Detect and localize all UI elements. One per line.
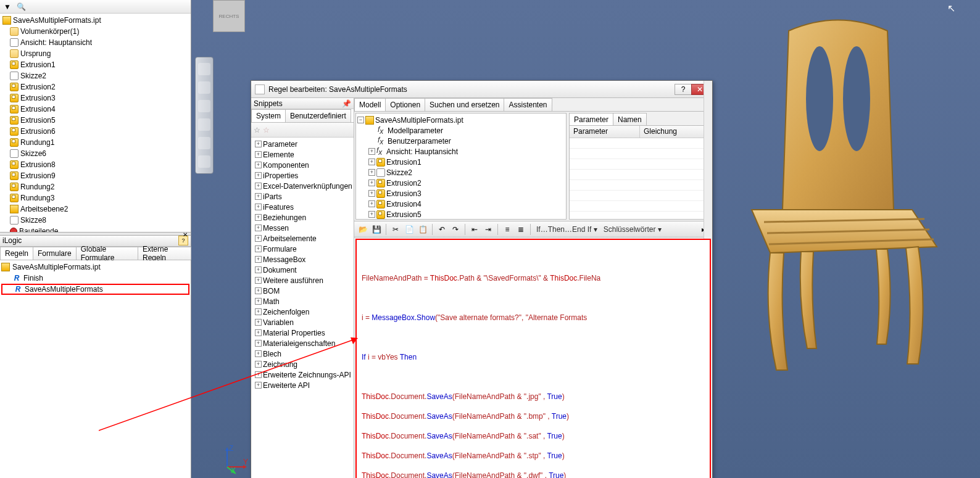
snippet-category[interactable]: +Dokument xyxy=(252,265,352,275)
filter-icon[interactable]: ▼ xyxy=(2,2,12,12)
expand-icon[interactable]: + xyxy=(255,329,262,336)
tree-root[interactable]: −SaveAsMultipleFormats.ipt xyxy=(357,115,565,125)
snippet-category[interactable]: +Erweiterte Zeichnungs-API xyxy=(252,369,352,380)
snippet-category[interactable]: +Blech xyxy=(252,348,352,359)
tree-item[interactable]: Ursprung xyxy=(2,48,188,59)
expand-icon[interactable]: + xyxy=(255,256,262,263)
tree-item[interactable]: Arbeitsebene2 xyxy=(2,204,188,215)
col-equation[interactable]: Gleichung xyxy=(640,126,710,138)
close-icon[interactable]: ✕ xyxy=(181,231,189,239)
expand-icon[interactable]: + xyxy=(255,350,262,357)
tree-item[interactable]: Extrusion9 xyxy=(2,170,188,181)
expand-icon[interactable]: + xyxy=(255,266,262,273)
tree-item[interactable]: Ansicht: Hauptansicht xyxy=(2,37,188,48)
expand-icon[interactable]: + xyxy=(255,298,262,305)
collapse-icon[interactable]: − xyxy=(357,117,364,123)
home-icon[interactable] xyxy=(198,155,210,168)
expand-icon[interactable]: + xyxy=(368,159,375,165)
open-icon[interactable]: 📂 xyxy=(357,223,369,236)
tab-names[interactable]: Namen xyxy=(613,113,647,125)
snippet-category[interactable]: +Zeichnung xyxy=(252,359,352,369)
tab-system[interactable]: System xyxy=(251,109,286,122)
expand-icon[interactable]: + xyxy=(255,340,262,347)
expand-icon[interactable]: + xyxy=(255,141,262,147)
tree-item[interactable]: +Extrusion2 xyxy=(357,178,565,188)
ifthen-dropdown[interactable]: If…Then…End If ▾ xyxy=(534,225,600,234)
comment-icon[interactable]: ≡ xyxy=(501,223,513,236)
nav-wheel-icon[interactable] xyxy=(198,63,210,75)
zoom-icon[interactable] xyxy=(198,100,210,112)
snippet-category[interactable]: +iFeatures xyxy=(252,202,352,212)
tree-item[interactable]: Rundung2 xyxy=(2,181,188,192)
expand-icon[interactable]: + xyxy=(255,287,262,294)
snippets-tree[interactable]: +Parameter+Elemente+Komponenten+iPropert… xyxy=(251,138,354,478)
view-cube[interactable]: RECHTS xyxy=(213,0,245,32)
tab-regeln[interactable]: Regeln xyxy=(0,247,33,260)
tree-item[interactable]: Extrusion5 xyxy=(2,115,188,126)
tree-root[interactable]: SaveAsMultipleFormats.ipt xyxy=(2,15,188,26)
tree-item[interactable]: fxModellparameter xyxy=(357,125,565,136)
tree-item[interactable]: Skizze2 xyxy=(2,70,188,81)
code-editor[interactable]: FileNameAndPath = ThisDoc.Path & "\Saved… xyxy=(355,239,711,478)
snippet-category[interactable]: +Parameter xyxy=(252,139,352,149)
expand-icon[interactable]: + xyxy=(255,235,262,242)
star-edit-icon[interactable]: ☆ xyxy=(263,126,270,134)
keywords-dropdown[interactable]: Schlüsselwörter ▾ xyxy=(601,225,664,234)
expand-icon[interactable]: + xyxy=(255,172,262,179)
tree-item[interactable]: Rundung3 xyxy=(2,192,188,204)
snippet-category[interactable]: +MessageBox xyxy=(252,254,352,265)
expand-icon[interactable]: + xyxy=(255,151,262,158)
snippet-category[interactable]: +Messen xyxy=(252,223,352,233)
snippet-category[interactable]: +Komponenten xyxy=(252,160,352,170)
help-button[interactable]: ? xyxy=(675,84,692,95)
expand-icon[interactable]: + xyxy=(255,382,262,389)
expand-icon[interactable]: + xyxy=(368,211,375,218)
tree-item[interactable]: Rundung1 xyxy=(2,137,188,148)
redo-icon[interactable]: ↷ xyxy=(449,223,462,236)
copy-icon[interactable]: 📄 xyxy=(403,223,415,236)
snippet-category[interactable]: +iProperties xyxy=(252,170,352,181)
pin-icon[interactable]: 📌 xyxy=(342,99,351,108)
expand-icon[interactable]: + xyxy=(255,162,262,168)
tree-item[interactable]: +Extrusion4 xyxy=(357,199,565,209)
snippet-category[interactable]: +Materialeigenschaften xyxy=(252,338,352,348)
expand-icon[interactable]: + xyxy=(255,319,262,326)
tree-item[interactable]: +Skizze2 xyxy=(357,167,565,178)
snippet-category[interactable]: +BOM xyxy=(252,286,352,296)
tab-externe-regeln[interactable]: Externe Regeln xyxy=(138,247,191,260)
tree-item[interactable]: +Extrusion1 xyxy=(357,157,565,167)
tree-item[interactable]: +Extrusion3 xyxy=(357,188,565,199)
snippet-category[interactable]: +Excel-Datenverknüpfungen xyxy=(252,181,352,191)
tab-optionen[interactable]: Optionen xyxy=(385,98,425,111)
tab-formulare[interactable]: Formulare xyxy=(33,247,77,260)
snippet-category[interactable]: +Zeichenfolgen xyxy=(252,307,352,317)
tree-item[interactable]: Extrusion6 xyxy=(2,126,188,137)
expand-icon[interactable]: + xyxy=(255,193,262,200)
paste-icon[interactable]: 📋 xyxy=(417,223,429,236)
snippet-category[interactable]: +Material Properties xyxy=(252,328,352,338)
tree-item[interactable]: Bauteilende xyxy=(2,226,188,232)
expand-icon[interactable]: + xyxy=(368,169,375,176)
expand-icon[interactable]: + xyxy=(255,183,262,189)
tree-item[interactable]: Volumenkörper(1) xyxy=(2,26,188,37)
expand-icon[interactable]: + xyxy=(255,308,262,315)
tab-suchen-und-ersetzen[interactable]: Suchen und ersetzen xyxy=(425,98,504,111)
star-icon[interactable]: ☆ xyxy=(254,126,260,134)
expand-icon[interactable]: + xyxy=(255,361,262,368)
tree-item[interactable]: Skizze8 xyxy=(2,215,188,226)
snippet-category[interactable]: +Math xyxy=(252,296,352,307)
snippet-category[interactable]: +Weitere ausführen xyxy=(252,275,352,286)
tab-parameter[interactable]: Parameter xyxy=(569,113,613,125)
tree-item[interactable]: +Extrusion5 xyxy=(357,209,565,220)
snippet-category[interactable]: +Arbeitselemente xyxy=(252,233,352,244)
expand-icon[interactable]: + xyxy=(368,200,375,207)
outdent-icon[interactable]: ⇤ xyxy=(468,223,481,236)
expand-icon[interactable]: + xyxy=(368,148,375,155)
rule-item[interactable]: RFinish xyxy=(1,273,189,284)
tab-user[interactable]: Benutzerdefiniert xyxy=(285,109,351,122)
cut-icon[interactable]: ✂ xyxy=(389,223,402,236)
tree-item[interactable]: Extrusion4 xyxy=(2,104,188,115)
expand-icon[interactable]: + xyxy=(255,245,262,252)
snippet-category[interactable]: +Variablen xyxy=(252,317,352,328)
expand-icon[interactable]: + xyxy=(255,225,262,231)
